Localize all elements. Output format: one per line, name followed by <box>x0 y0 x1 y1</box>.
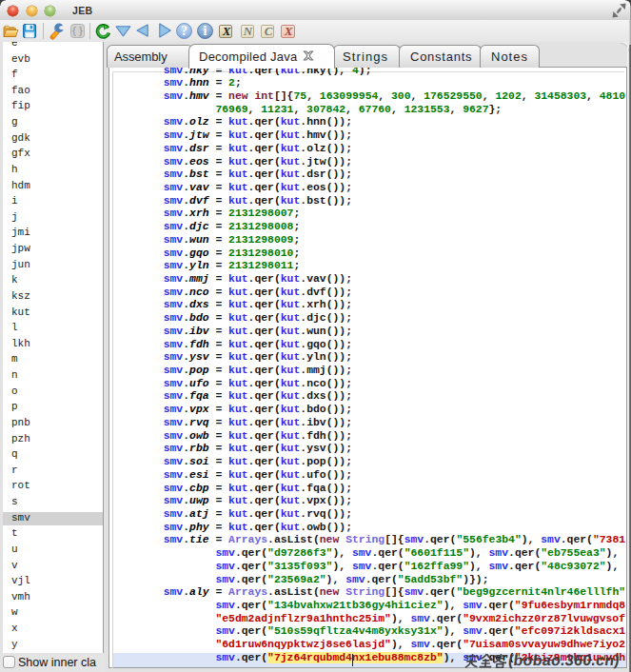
svg-text:{ }: { } <box>72 25 83 36</box>
svg-text:i: i <box>204 24 207 38</box>
svg-text:?: ? <box>181 23 187 38</box>
